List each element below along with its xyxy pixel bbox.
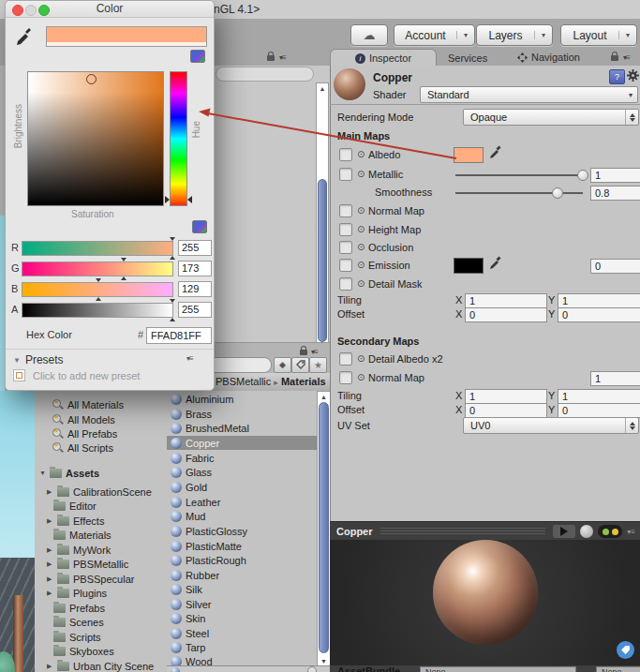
smoothness-value-field[interactable]: 0.8: [590, 186, 640, 201]
material-item[interactable]: PlasticGlossy: [167, 524, 320, 538]
material-item[interactable]: Glass: [167, 465, 320, 479]
disclosure-closed-icon[interactable]: ▶: [47, 575, 53, 583]
layers-dropdown[interactable]: Layers ▾: [476, 24, 553, 46]
folder-item[interactable]: ▶Effects: [47, 514, 104, 528]
secondary-tiling-y-field[interactable]: 1: [558, 389, 640, 404]
scroll-up-icon[interactable]: ▲: [318, 394, 330, 400]
tab-services[interactable]: Services: [448, 52, 487, 64]
material-item[interactable]: Gold: [167, 480, 320, 494]
offset-x-field[interactable]: 0: [465, 307, 547, 322]
tiling-y-field[interactable]: 1: [558, 293, 640, 308]
folder-item[interactable]: Materials: [53, 528, 112, 542]
breadcrumb[interactable]: PBSMetallic ▸ Materials: [216, 376, 326, 387]
metallic-value-field[interactable]: 1: [590, 168, 640, 183]
material-item[interactable]: PlasticMatte: [167, 539, 320, 553]
disclosure-closed-icon[interactable]: ▶: [47, 546, 53, 554]
alpha-channel-slider[interactable]: [22, 303, 173, 318]
assetbundle-tag-icon[interactable]: [617, 641, 634, 659]
secondary-normal-value-field[interactable]: 1: [590, 371, 640, 386]
sb-marker[interactable]: [86, 74, 97, 84]
scene-view[interactable]: [0, 391, 35, 672]
blue-channel-slider[interactable]: [22, 282, 173, 297]
preview-menu-icon[interactable]: ▾≡: [627, 528, 635, 536]
material-item[interactable]: PlasticRough: [167, 553, 320, 567]
material-item[interactable]: Leather: [167, 495, 320, 509]
assetbundle-dropdown[interactable]: None: [420, 666, 576, 672]
slider-marker[interactable]: [170, 237, 175, 241]
folder-item[interactable]: ▶Urban City Scene: [47, 659, 154, 672]
detail-albedo-texture-slot[interactable]: [339, 352, 352, 366]
folder-item[interactable]: ▶MyWork: [47, 543, 111, 557]
secondary-offset-x-field[interactable]: 0: [465, 403, 547, 418]
material-item[interactable]: Rubber: [167, 568, 320, 582]
cloud-button[interactable]: ☁: [350, 24, 388, 46]
height-map-texture-slot[interactable]: [339, 223, 352, 236]
tab-inspector[interactable]: i Inspector: [330, 49, 437, 67]
disclosure-closed-icon[interactable]: ▶: [47, 590, 53, 597]
material-item-selected[interactable]: Copper: [167, 436, 320, 450]
assetbundle-variant-dropdown[interactable]: None: [596, 666, 640, 672]
secondary-normal-texture-slot[interactable]: [339, 371, 352, 384]
gear-icon[interactable]: [627, 69, 640, 82]
lock-icon[interactable]: [300, 350, 307, 355]
color-window-titlebar[interactable]: Color: [6, 1, 214, 18]
tiling-x-field[interactable]: 1: [465, 293, 547, 308]
scroll-down-icon[interactable]: ▼: [318, 658, 330, 665]
albedo-texture-slot[interactable]: [339, 148, 352, 161]
target-circle-icon[interactable]: ⊙: [357, 206, 365, 216]
green-channel-slider[interactable]: [22, 261, 173, 276]
metallic-slider-handle[interactable]: [577, 170, 588, 181]
close-button[interactable]: [12, 5, 23, 16]
target-circle-icon[interactable]: ⊙: [357, 243, 365, 252]
favorite-all-materials[interactable]: ★ All Materials: [52, 397, 124, 411]
hue-marker-right[interactable]: [187, 196, 192, 203]
metallic-texture-slot[interactable]: [339, 168, 352, 181]
favorites-star-button[interactable]: ★: [309, 357, 327, 373]
emission-color-swatch[interactable]: [454, 258, 484, 274]
material-item[interactable]: BrushedMetal: [167, 421, 320, 435]
slider-marker[interactable]: [96, 278, 101, 282]
slider-marker[interactable]: [170, 256, 175, 260]
assets-root-item[interactable]: ▼ Assets: [39, 466, 99, 480]
albedo-color-swatch[interactable]: [454, 147, 484, 163]
disclosure-open-icon[interactable]: ▼: [39, 470, 46, 476]
disclosure-closed-icon[interactable]: ▶: [47, 663, 53, 670]
presets-menu-icon[interactable]: ▾≡: [186, 354, 193, 363]
folder-item[interactable]: Editor: [53, 499, 97, 513]
emission-value-field[interactable]: 0: [590, 259, 640, 274]
breadcrumb-current[interactable]: Materials: [281, 376, 326, 387]
preview-viewport[interactable]: [330, 540, 640, 665]
folder-item[interactable]: ▶CalibrationScene: [47, 485, 152, 499]
panel-menu-icon[interactable]: ▾≡: [311, 348, 318, 356]
panel-menu-icon[interactable]: ▾≡: [279, 53, 286, 62]
search-by-type-button[interactable]: ◆: [274, 357, 291, 373]
disclosure-closed-icon[interactable]: ▶: [47, 517, 53, 525]
hue-slider[interactable]: [170, 71, 187, 206]
red-channel-slider[interactable]: [22, 241, 173, 256]
play-button[interactable]: [553, 525, 575, 538]
zoom-button[interactable]: [38, 5, 50, 16]
help-book-icon[interactable]: ?: [609, 69, 625, 84]
folder-item[interactable]: ▶PBSSpecular: [47, 572, 134, 586]
target-circle-icon[interactable]: ⊙: [357, 225, 365, 234]
favorite-all-scripts[interactable]: ★ All Scripts: [52, 441, 113, 455]
disclosure-closed-icon[interactable]: ▶: [47, 560, 53, 568]
alpha-value-field[interactable]: 255: [178, 302, 212, 318]
eyedropper-icon[interactable]: [488, 145, 503, 160]
hex-value-field[interactable]: FFAD81FF: [146, 327, 212, 344]
slider-marker[interactable]: [96, 297, 101, 301]
smoothness-slider-handle[interactable]: [552, 187, 563, 199]
eyedropper-icon[interactable]: [15, 27, 34, 46]
scrollbar-thumb[interactable]: [318, 179, 327, 342]
normal-map-texture-slot[interactable]: [339, 204, 352, 217]
hierarchy-scrollbar[interactable]: ▲ ▼: [316, 82, 329, 354]
material-item[interactable]: Skin: [167, 611, 320, 625]
minimize-button[interactable]: [25, 5, 37, 16]
favorite-all-models[interactable]: ★ All Models: [52, 412, 115, 426]
search-by-label-button[interactable]: [291, 357, 309, 373]
zoom-slider-handle[interactable]: [307, 666, 317, 672]
presets-disclosure[interactable]: ▼ Presets: [13, 353, 64, 366]
slider-marker[interactable]: [121, 276, 127, 280]
target-circle-icon[interactable]: ⊙: [357, 279, 365, 289]
uv-set-dropdown[interactable]: UV0: [463, 417, 639, 434]
